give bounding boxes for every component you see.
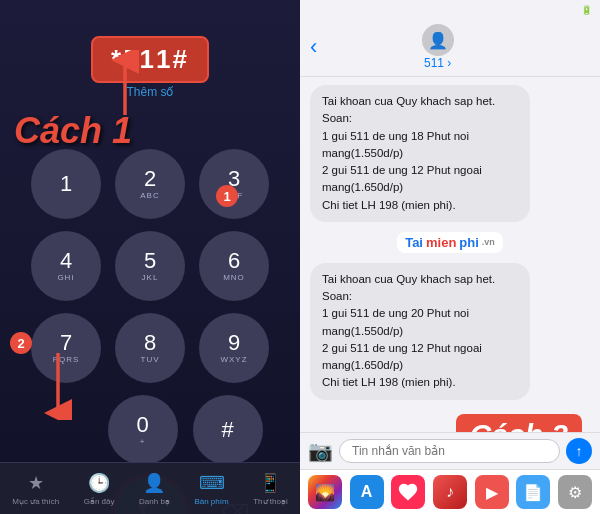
nav-recent[interactable]: 🕒 Gần đây: [84, 472, 115, 506]
send-button[interactable]: ↑: [566, 438, 592, 464]
badge-2: 2: [10, 332, 32, 354]
voicemail-icon: 📱: [259, 472, 281, 494]
status-bar: 🔋: [300, 0, 600, 20]
badge-1: 1: [216, 185, 238, 207]
cach2-container: Cách 2: [310, 410, 590, 433]
camera-button[interactable]: 📷: [308, 439, 333, 463]
cach2-label: Cách 2: [456, 414, 582, 433]
dial-key-1[interactable]: 1: [31, 149, 101, 219]
phone-dialer-panel: *511# Thêm số Cách 1 1 1 2ABC 3DEF 4GHI …: [0, 0, 300, 514]
bottom-nav: ★ Mục ưa thích 🕒 Gần đây 👤 Danh bạ ⌨ Bàn…: [0, 462, 300, 514]
contact-name[interactable]: 511 ›: [424, 56, 451, 70]
message-text-1: Tai khoan cua Quy khach sap het. Soan:1 …: [322, 95, 495, 211]
clock-icon: 🕒: [88, 472, 110, 494]
heart-icon: [397, 481, 419, 503]
dock-files-icon[interactable]: 📄: [516, 475, 550, 509]
dock-settings-icon[interactable]: ⚙: [558, 475, 592, 509]
app-dock: 🌄 A ♪ ▶ 📄 ⚙: [300, 469, 600, 514]
watermark: Taimienphi .vn: [310, 232, 590, 253]
nav-favorites-label: Mục ưa thích: [12, 497, 59, 506]
nav-keypad-label: Bàn phím: [194, 497, 228, 506]
cach1-label: Cách 1: [14, 110, 132, 152]
contact-info: 👤 511 ›: [422, 24, 454, 70]
dial-key-2[interactable]: 2ABC: [115, 149, 185, 219]
nav-voicemail[interactable]: 📱 Thư thoại: [253, 472, 287, 506]
dock-youtube-icon[interactable]: ▶: [475, 475, 509, 509]
message-text-2: Tai khoan cua Quy khach sap het. Soan:1 …: [322, 273, 495, 389]
dial-key-5[interactable]: 5JKL: [115, 231, 185, 301]
nav-voicemail-label: Thư thoại: [253, 497, 287, 506]
chevron-left-icon: ‹: [310, 34, 317, 60]
person-icon: 👤: [143, 472, 165, 494]
avatar: 👤: [422, 24, 454, 56]
dial-key-3[interactable]: 3DEF: [199, 149, 269, 219]
message-input-bar: 📷 ↑: [300, 432, 600, 469]
messages-panel: 🔋 ‹ 👤 511 › Tai khoan cua Quy khach sap …: [300, 0, 600, 514]
dial-key-8[interactable]: 8TUV: [115, 313, 185, 383]
dock-music-icon[interactable]: ♪: [433, 475, 467, 509]
nav-recent-label: Gần đây: [84, 497, 115, 506]
keypad-icon: ⌨: [199, 472, 225, 494]
dock-appstore-icon[interactable]: A: [350, 475, 384, 509]
nav-contacts-label: Danh bạ: [139, 497, 170, 506]
messages-header: ‹ 👤 511 ›: [300, 20, 600, 77]
message-bubble-2: Tai khoan cua Quy khach sap het. Soan:1 …: [310, 263, 530, 400]
star-icon: ★: [28, 472, 44, 494]
dock-photos-icon[interactable]: 🌄: [308, 475, 342, 509]
dial-key-hash[interactable]: #: [193, 395, 263, 465]
arrow-down-icon: [28, 345, 88, 420]
back-button[interactable]: ‹: [310, 34, 317, 60]
dial-key-4[interactable]: 4GHI: [31, 231, 101, 301]
nav-favorites[interactable]: ★ Mục ưa thích: [12, 472, 59, 506]
taimienphi-logo: Taimienphi .vn: [397, 232, 503, 253]
message-list: Tai khoan cua Quy khach sap het. Soan:1 …: [300, 77, 600, 432]
cach2-text: Cách 2: [470, 418, 568, 433]
dial-key-6[interactable]: 6MNO: [199, 231, 269, 301]
message-input[interactable]: [339, 439, 560, 463]
message-bubble-1: Tai khoan cua Quy khach sap het. Soan:1 …: [310, 85, 530, 222]
dock-heart-icon[interactable]: [391, 475, 425, 509]
dial-key-0[interactable]: 0+: [108, 395, 178, 465]
nav-contacts[interactable]: 👤 Danh bạ: [139, 472, 170, 506]
dial-key-9[interactable]: 9WXYZ: [199, 313, 269, 383]
nav-keypad[interactable]: ⌨ Bàn phím: [194, 472, 228, 506]
